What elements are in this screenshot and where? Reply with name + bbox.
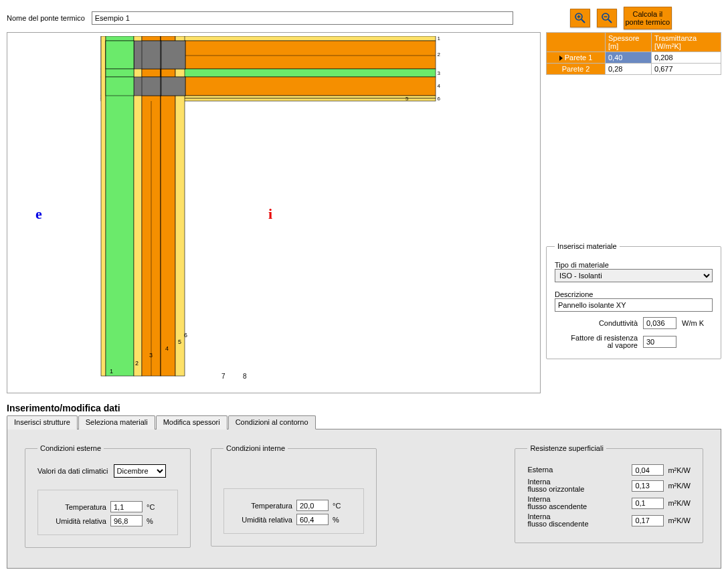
material-legend: Inserisci materiale (555, 242, 620, 250)
svg-rect-27 (142, 41, 185, 69)
ext-hum-label: Umidità relativa (49, 517, 106, 525)
table-header-trasmittanza: Trasmittanza [W/m²K] (652, 33, 721, 52)
vapour-factor-label: Fattore di resistenza al vapore (557, 334, 638, 349)
svg-text:8: 8 (243, 373, 247, 380)
conductivity-label: Conduttività (599, 319, 638, 327)
tab-content: Condizioni esterne Valori da dati climat… (7, 429, 721, 569)
calculate-button[interactable]: Calcola il ponte termico (624, 7, 672, 29)
table-header-spessore: Spessore [m] (606, 33, 652, 52)
material-desc-label: Descrizione (555, 290, 713, 298)
res-external-input[interactable] (632, 464, 664, 476)
res-horiz-input[interactable] (632, 480, 664, 492)
tab-materials[interactable]: Seleziona materiali (78, 415, 155, 429)
external-conditions-fieldset: Condizioni esterne Valori da dati climat… (25, 444, 191, 548)
name-label: Nome del ponte termico (7, 14, 85, 22)
table-header-blank (547, 33, 606, 52)
svg-text:2: 2 (438, 52, 441, 58)
tabbar: Inserisci strutture Seleziona materiali … (7, 415, 721, 429)
tab-structures[interactable]: Inserisci strutture (7, 415, 78, 429)
zoom-out-icon (601, 12, 613, 24)
climatic-values-label: Valori da dati climatici (37, 467, 108, 475)
svg-text:4: 4 (438, 83, 441, 89)
svg-line-5 (608, 19, 612, 23)
external-marker: e (35, 205, 42, 223)
svg-text:5: 5 (178, 338, 181, 345)
svg-text:2: 2 (135, 360, 139, 367)
zoom-in-icon (574, 12, 586, 24)
ext-temp-label: Temperatura (49, 503, 106, 511)
svg-text:7: 7 (221, 373, 225, 380)
vapour-factor-input[interactable] (643, 336, 676, 348)
svg-text:5: 5 (405, 96, 409, 102)
conductivity-input[interactable] (643, 317, 676, 329)
tab-boundary[interactable]: Condizioni al contorno (228, 415, 316, 429)
res-asc-input[interactable] (632, 498, 664, 509)
int-temp-label: Temperatura (235, 502, 292, 510)
name-input[interactable] (92, 11, 513, 25)
svg-text:3: 3 (149, 352, 153, 359)
internal-conditions-fieldset: Condizioni interne Temperatura °C Umidit… (211, 444, 377, 547)
svg-line-1 (581, 19, 585, 23)
conductivity-unit: W/m K (682, 319, 713, 327)
material-fieldset: Inserisci materiale Tipo di materiale IS… (546, 242, 721, 359)
material-type-label: Tipo di materiale (555, 261, 713, 269)
svg-text:4: 4 (165, 345, 169, 352)
svg-rect-26 (106, 77, 134, 96)
int-hum-label: Umidità relativa (235, 516, 292, 524)
int-temp-input[interactable] (296, 500, 329, 511)
section-title: Inserimento/modifica dati (7, 403, 721, 413)
zoom-out-button[interactable] (597, 9, 617, 27)
tab-thicknesses[interactable]: Modifica spessori (156, 415, 227, 429)
svg-rect-25 (106, 69, 134, 77)
table-row[interactable]: Parete 1 0,40 0,208 (547, 52, 721, 64)
surface-resistances-fieldset: Resistenze superficiali Esterna m²K/W In… (515, 444, 703, 543)
material-type-select[interactable]: ISO - Isolanti (555, 269, 713, 282)
svg-rect-28 (142, 77, 185, 96)
svg-text:6: 6 (438, 96, 441, 102)
material-desc-input[interactable] (555, 298, 713, 312)
svg-text:1: 1 (438, 36, 441, 41)
ext-temp-input[interactable] (110, 501, 143, 512)
ext-hum-input[interactable] (110, 515, 143, 526)
table-row[interactable]: Parete 2 0,28 0,677 (547, 64, 721, 75)
res-disc-input[interactable] (632, 515, 664, 526)
svg-text:1: 1 (110, 368, 113, 375)
svg-text:6: 6 (184, 332, 187, 338)
zoom-in-button[interactable] (570, 9, 590, 27)
thermal-bridge-canvas[interactable]: 1 2 3 4 5 6 1 2 3 4 5 6 7 8 e i (7, 32, 541, 393)
month-select[interactable]: Dicembre (114, 464, 166, 478)
svg-rect-14 (101, 36, 106, 376)
svg-text:3: 3 (438, 70, 441, 76)
svg-rect-24 (106, 41, 134, 69)
row-selected-icon (559, 56, 563, 61)
internal-marker: i (268, 205, 272, 223)
int-hum-input[interactable] (296, 514, 329, 525)
walls-table[interactable]: Spessore [m] Trasmittanza [W/m²K] Parete… (546, 32, 721, 75)
